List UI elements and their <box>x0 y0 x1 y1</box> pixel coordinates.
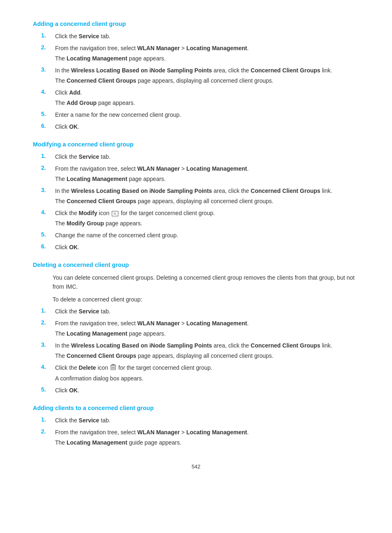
step-item: 1. Click the Service tab. <box>33 153 359 161</box>
step-content: Click the Service tab. <box>55 416 359 425</box>
step-item: 3. In the Wireless Locating Based on iNo… <box>33 66 359 85</box>
step-number: 4. <box>41 364 53 370</box>
step-sub: A confirmation dialog box appears. <box>55 374 359 383</box>
step-item: 3. In the Wireless Locating Based on iNo… <box>33 341 359 360</box>
step-sub: The Concerned Client Groups page appears… <box>55 197 359 206</box>
step-number: 4. <box>41 209 53 216</box>
step-sub: The Modify Group page appears. <box>55 219 359 228</box>
step-sub: The Locating Management guide page appea… <box>55 438 359 447</box>
step-content: In the Wireless Locating Based on iNode … <box>55 187 359 206</box>
step-number: 2. <box>41 319 53 326</box>
step-sub: The Locating Management page appears. <box>55 54 359 63</box>
section-adding-clients-concerned-client-group: Adding clients to a concerned client gro… <box>33 405 359 447</box>
step-item: 6. Click OK. <box>33 123 359 131</box>
step-sub: The Add Group page appears. <box>55 99 359 107</box>
step-item: 2. From the navigation tree, select WLAN… <box>33 44 359 63</box>
step-sub: The Concerned Client Groups page appears… <box>55 76 359 85</box>
step-item: 5. Click OK. <box>33 386 359 395</box>
step-number: 3. <box>41 341 53 348</box>
step-number: 2. <box>41 165 53 171</box>
step-content: Click OK. <box>55 243 359 252</box>
step-number: 1. <box>41 32 53 39</box>
step-content: Click the Service tab. <box>55 32 359 41</box>
step-content: Click OK. <box>55 386 359 395</box>
step-number: 1. <box>41 307 53 314</box>
step-item: 2. From the navigation tree, select WLAN… <box>33 428 359 447</box>
step-item: 4. Click Add. The Add Group page appears… <box>33 88 359 107</box>
step-item: 4. Click the Modify icon ✎ for the targe… <box>33 209 359 228</box>
page-container: Adding a concerned client group 1. Click… <box>0 0 392 533</box>
step-item: 6. Click OK. <box>33 243 359 252</box>
step-content: In the Wireless Locating Based on iNode … <box>55 66 359 85</box>
section-modifying-concerned-client-group: Modifying a concerned client group 1. Cl… <box>33 141 359 252</box>
step-content: From the navigation tree, select WLAN Ma… <box>55 428 359 447</box>
step-number: 5. <box>41 111 53 117</box>
modify-icon: ✎ <box>112 211 118 216</box>
step-content: Click OK. <box>55 123 359 131</box>
step-item: 5. Change the name of the concerned clie… <box>33 231 359 240</box>
step-content: From the navigation tree, select WLAN Ma… <box>55 44 359 63</box>
step-sub: The Concerned Client Groups page appears… <box>55 352 359 360</box>
page-number: 542 <box>33 463 359 470</box>
section-title-adding-clients: Adding clients to a concerned client gro… <box>33 405 359 411</box>
step-content: Change the name of the concerned client … <box>55 231 359 240</box>
section-title-modifying: Modifying a concerned client group <box>33 141 359 148</box>
step-content: Enter a name for the new concerned clien… <box>55 111 359 119</box>
step-content: Click the Delete icon <box>55 364 359 383</box>
step-item: 4. Click the Delete icon <box>33 364 359 383</box>
steps-list-deleting: 1. Click the Service tab. 2. From the na… <box>33 307 359 395</box>
step-number: 4. <box>41 88 53 95</box>
step-number: 5. <box>41 386 53 393</box>
steps-list-adding-clients: 1. Click the Service tab. 2. From the na… <box>33 416 359 447</box>
step-item: 2. From the navigation tree, select WLAN… <box>33 319 359 338</box>
step-content: Click the Service tab. <box>55 307 359 316</box>
step-item: 1. Click the Service tab. <box>33 416 359 425</box>
step-sub: The Locating Management page appears. <box>55 329 359 338</box>
section-title-deleting: Deleting a concerned client group <box>33 262 359 268</box>
steps-list-modifying: 1. Click the Service tab. 2. From the na… <box>33 153 359 252</box>
step-content: From the navigation tree, select WLAN Ma… <box>55 319 359 338</box>
step-item: 5. Enter a name for the new concerned cl… <box>33 111 359 119</box>
step-item: 1. Click the Service tab. <box>33 307 359 316</box>
step-number: 1. <box>41 416 53 423</box>
section-intro-para2: To delete a concerned client group: <box>33 295 359 304</box>
step-number: 5. <box>41 231 53 238</box>
step-number: 2. <box>41 44 53 51</box>
section-adding-concerned-client-group: Adding a concerned client group 1. Click… <box>33 21 359 131</box>
step-content: In the Wireless Locating Based on iNode … <box>55 341 359 360</box>
step-content: Click the Modify icon ✎ for the target c… <box>55 209 359 228</box>
step-number: 2. <box>41 428 53 435</box>
step-number: 6. <box>41 123 53 129</box>
step-content: Click Add. The Add Group page appears. <box>55 88 359 107</box>
step-content: Click the Service tab. <box>55 153 359 161</box>
step-number: 6. <box>41 243 53 250</box>
steps-list-adding: 1. Click the Service tab. 2. From the na… <box>33 32 359 131</box>
step-item: 2. From the navigation tree, select WLAN… <box>33 165 359 183</box>
step-number: 1. <box>41 153 53 159</box>
step-number: 3. <box>41 66 53 73</box>
section-deleting-concerned-client-group: Deleting a concerned client group You ca… <box>33 262 359 395</box>
step-sub: The Locating Management page appears. <box>55 175 359 183</box>
step-content: From the navigation tree, select WLAN Ma… <box>55 165 359 183</box>
step-item: 3. In the Wireless Locating Based on iNo… <box>33 187 359 206</box>
delete-icon <box>111 364 116 373</box>
step-number: 3. <box>41 187 53 193</box>
step-item: 1. Click the Service tab. <box>33 32 359 41</box>
section-intro-para1: You can delete concerned client groups. … <box>33 273 359 292</box>
section-title-adding: Adding a concerned client group <box>33 21 359 27</box>
